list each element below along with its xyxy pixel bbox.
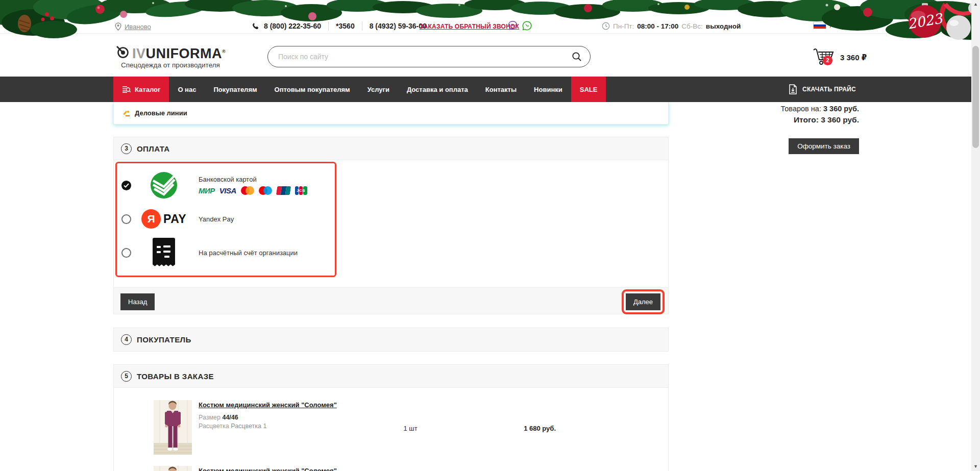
currency-label: / RUB <box>830 21 848 29</box>
customer-section-title: ПОКУПАТЕЛЬ <box>137 335 191 344</box>
mastercard-logo-icon <box>241 186 254 195</box>
next-button[interactable]: Далее <box>626 293 660 310</box>
step-number-badge: 4 <box>121 334 132 345</box>
back-button[interactable]: Назад <box>120 293 155 310</box>
order-item-row: Костюм медицинский женский "Соломея" <box>114 466 668 471</box>
order-items-section: 5 ТОВАРЫ В ЗАКАЗЕ <box>113 364 669 471</box>
delivery-option-selected[interactable]: Деловые линии <box>113 102 669 125</box>
radio-unselected[interactable] <box>121 214 131 224</box>
nav-item-wholesale[interactable]: Оптовым покупателям <box>266 77 359 102</box>
search-icon[interactable] <box>572 52 582 62</box>
logo-target-icon <box>116 45 129 59</box>
phone-number-2[interactable]: *3560 <box>329 22 362 30</box>
payment-option-label: На расчётный счёт организации <box>199 249 298 257</box>
maestro-logo-icon <box>259 186 272 195</box>
product-price: 1 680 руб. <box>461 425 556 432</box>
product-quantity: 1 шт <box>375 425 446 432</box>
viber-icon[interactable] <box>507 20 518 31</box>
unionpay-logo-icon <box>276 186 291 195</box>
product-title-link[interactable]: Костюм медицинский женский "Соломея" <box>199 467 337 471</box>
logo-tagline: Спецодежда от производителя <box>121 61 220 69</box>
payment-option-yandex-pay[interactable]: ЯPAY Yandex Pay <box>117 202 335 236</box>
working-hours: Пн-Пт: 08:00 - 17:00 Сб-Вс: выходной <box>602 22 741 30</box>
chevron-down-icon: ▼ <box>851 23 856 28</box>
hours-weekdays-value: 08:00 - 17:00 <box>637 22 678 30</box>
radio-unselected[interactable] <box>121 248 131 258</box>
delivery-option-label: Деловые линии <box>135 109 187 117</box>
invoice-receipt-icon <box>144 238 183 267</box>
radio-selected[interactable] <box>121 181 131 190</box>
download-file-icon <box>789 84 797 94</box>
payment-section-title: ОПЛАТА <box>137 144 170 153</box>
scroll-up-arrow[interactable]: ▲ <box>971 0 980 9</box>
nav-item-catalog[interactable]: Каталог <box>113 77 169 102</box>
download-price-button[interactable]: СКАЧАТЬ ПРАЙС <box>789 77 856 102</box>
phones-block: 8 (800) 222-35-60 *3560 8 (4932) 59-36-0… <box>251 21 434 31</box>
order-items-section-title: ТОВАРЫ В ЗАКАЗЕ <box>137 372 214 381</box>
hours-weekdays-label: Пн-Пт: <box>613 22 634 30</box>
product-image[interactable] <box>154 466 192 471</box>
next-button-annotation: Далее <box>622 289 665 314</box>
payment-option-label: Банковской картой <box>199 176 257 183</box>
city-link[interactable]: Иваново <box>125 23 151 31</box>
top-bar: Иваново 8 (800) 222-35-60 *3560 8 (4932)… <box>0 0 971 34</box>
total-line: Итого: 3 360 руб. <box>696 115 859 125</box>
product-image[interactable] <box>154 400 192 457</box>
nav-item-contacts[interactable]: Контакты <box>477 77 525 102</box>
payment-option-invoice[interactable]: На расчётный счёт организации <box>117 236 335 269</box>
step-number-badge: 3 <box>121 143 132 154</box>
cart-count-badge: 2 <box>823 56 832 65</box>
payment-option-label: Yandex Pay <box>199 215 234 223</box>
currency-selector[interactable]: / RUB ▼ <box>813 21 856 29</box>
russia-flag-icon <box>813 22 826 29</box>
scroll-down-arrow[interactable]: ▼ <box>971 462 980 471</box>
yandex-pay-logo-icon: ЯPAY <box>144 209 183 229</box>
nav-item-services[interactable]: Услуги <box>359 77 398 102</box>
nav-item-sale[interactable]: SALE <box>571 77 606 102</box>
phone-number-1[interactable]: 8 (800) 222-35-60 <box>260 22 328 30</box>
checkout-page: 2023 Иваново 8 (800) 222-35-60 *3560 8 (… <box>0 0 980 471</box>
hours-weekend-label: Сб-Вс: <box>681 22 702 30</box>
subtotal-line: Товаров на: 3 360 руб. <box>696 105 859 113</box>
search-bar <box>267 46 591 67</box>
check-icon <box>124 183 129 188</box>
logo[interactable]: IVUNIFORMA® <box>116 45 226 60</box>
product-title-link[interactable]: Костюм медицинский женский "Соломея" <box>199 401 337 409</box>
payment-footer: Назад Далее <box>114 287 668 314</box>
visa-logo-icon: VISA <box>219 186 236 195</box>
customer-section[interactable]: 4 ПОКУПАТЕЛЬ <box>113 328 669 352</box>
step-number-badge: 5 <box>121 371 132 382</box>
logo-text: IVUNIFORMA® <box>132 45 226 60</box>
hours-weekend-value: выходной <box>706 22 741 30</box>
nav-item-delivery[interactable]: Доставка и оплата <box>398 77 477 102</box>
payment-section: 3 ОПЛАТА <box>113 137 669 314</box>
jcb-logo-icon: JCB <box>295 186 307 195</box>
location-pin-icon <box>115 22 121 31</box>
main-navigation: Каталог О нас Покупателям Оптовым покупа… <box>0 77 980 102</box>
card-brand-logos: МИР VISA JCB <box>199 186 307 195</box>
search-input[interactable] <box>268 53 572 61</box>
checkout-button[interactable]: Оформить заказ <box>789 138 859 154</box>
nav-item-new[interactable]: Новинки <box>525 77 571 102</box>
catalog-search-icon <box>122 85 131 93</box>
callback-link[interactable]: ЗАКАЗАТЬ ОБРАТНЫЙ ЗВОНОК <box>420 23 519 30</box>
order-item-row: Костюм медицинский женский "Соломея" Раз… <box>114 400 668 457</box>
clock-icon <box>602 22 610 30</box>
phone-icon <box>251 22 260 31</box>
nav-item-about[interactable]: О нас <box>169 77 205 102</box>
payment-section-header: 3 ОПЛАТА <box>114 137 668 160</box>
payment-options-annotated-box: Банковской картой МИР VISA JCB <box>115 162 336 277</box>
whatsapp-icon[interactable] <box>522 20 532 31</box>
checkout-main: Деловые линии 3 ОПЛАТА <box>113 102 669 471</box>
product-size: Размер 44/46 <box>199 414 367 421</box>
cart-button[interactable]: 2 3 360 ₽ <box>813 46 867 65</box>
product-color: Расцветка Расцветка 1 <box>199 423 367 430</box>
scrollbar-thumb[interactable] <box>972 46 979 148</box>
mir-logo-icon: МИР <box>199 186 215 195</box>
nav-item-customers[interactable]: Покупателям <box>205 77 265 102</box>
payment-option-card[interactable]: Банковской картой МИР VISA JCB <box>117 168 335 202</box>
delovye-linii-logo-icon <box>122 109 130 117</box>
sberbank-logo-icon <box>144 170 183 200</box>
page-scrollbar[interactable]: ▲ ▼ <box>971 0 980 471</box>
cart-total: 3 360 ₽ <box>840 53 867 62</box>
